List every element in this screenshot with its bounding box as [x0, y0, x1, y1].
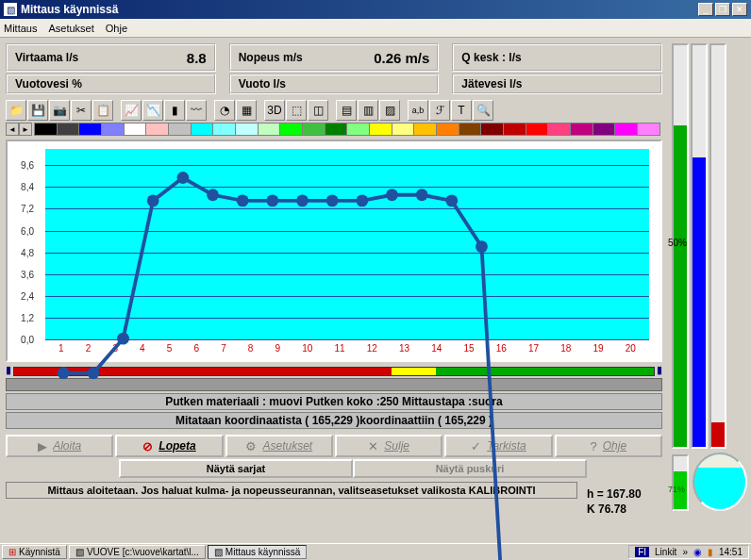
svg-point-11: [386, 189, 398, 201]
palette-swatch[interactable]: [370, 123, 392, 136]
palette-swatch[interactable]: [213, 123, 236, 136]
tool-grid-icon[interactable]: ▦: [236, 100, 257, 121]
palette-next[interactable]: ►: [19, 123, 32, 136]
svg-point-13: [445, 194, 458, 206]
pct71-label: 71%: [668, 485, 685, 494]
palette-swatch[interactable]: [125, 123, 147, 136]
palette-swatch[interactable]: [192, 123, 214, 136]
close-button[interactable]: ✕: [732, 3, 747, 16]
palette-swatch[interactable]: [303, 123, 325, 136]
menu-asetukset[interactable]: Asetukset: [48, 23, 93, 34]
svg-point-8: [296, 194, 309, 206]
speed-label: Nopeus m/s: [239, 51, 303, 64]
tool-chart2-icon[interactable]: 📉: [142, 100, 163, 121]
window-title: Mittaus käynnissä: [21, 3, 698, 16]
svg-point-3: [147, 194, 159, 206]
palette-swatch[interactable]: [280, 123, 303, 136]
svg-point-12: [416, 189, 428, 201]
metric-jate: Jätevesi l/s: [452, 74, 662, 94]
palette-swatch[interactable]: [571, 123, 593, 136]
tool-font-icon[interactable]: ℱ: [429, 100, 450, 121]
tool-chart1-icon[interactable]: 📈: [121, 100, 142, 121]
palette-prev[interactable]: ◄: [6, 123, 19, 136]
palette-swatch[interactable]: [526, 123, 549, 136]
palette-swatch[interactable]: [392, 123, 415, 136]
svg-point-9: [326, 194, 339, 206]
pct50-label: 50%: [668, 238, 687, 248]
palette-swatch[interactable]: [79, 123, 102, 136]
palette-swatch[interactable]: [437, 123, 459, 136]
tool-line-icon[interactable]: 〰: [186, 100, 207, 121]
svg-point-1: [87, 367, 99, 379]
tool-open-icon[interactable]: 📁: [6, 100, 26, 121]
tray-chevron-icon[interactable]: »: [682, 547, 688, 557]
clock[interactable]: 14:51: [719, 547, 743, 557]
vbar-blue: 50%: [691, 43, 708, 449]
palette-swatch[interactable]: [459, 123, 482, 136]
tool-ab-icon[interactable]: a,b: [408, 100, 428, 121]
tool-paste-icon[interactable]: 📋: [92, 100, 113, 121]
palette-swatch[interactable]: [414, 123, 437, 136]
tool-palette-icon[interactable]: T: [451, 100, 472, 121]
palette-swatch[interactable]: [638, 123, 660, 136]
palette-swatch[interactable]: [593, 123, 616, 136]
palette-swatch[interactable]: [236, 123, 259, 136]
app-icon: ▧: [4, 3, 17, 16]
svg-point-0: [58, 367, 70, 379]
chart: 0,01,22,43,64,86,07,28,49,6 123456789101…: [6, 140, 662, 362]
palette-swatch[interactable]: [259, 123, 281, 136]
flow-label: Virtaama l/s: [15, 51, 78, 64]
palette-swatch[interactable]: [481, 123, 504, 136]
palette-swatch[interactable]: [504, 123, 526, 136]
metric-speed: Nopeus m/s 0.26 m/s: [229, 43, 440, 72]
tool-save-icon[interactable]: 💾: [27, 100, 48, 121]
color-palette[interactable]: [34, 123, 660, 136]
tool-doc1-icon[interactable]: ▤: [336, 100, 357, 121]
menubar: Mittaus Asetukset Ohje: [0, 19, 751, 38]
menu-ohje[interactable]: Ohje: [106, 23, 127, 34]
speed-value: 0.26 m/s: [374, 50, 429, 66]
palette-swatch[interactable]: [615, 123, 638, 136]
tool-camera-icon[interactable]: 📷: [49, 100, 70, 121]
restore-button[interactable]: ❐: [715, 3, 730, 16]
windows-icon: ⊞: [8, 547, 16, 557]
links-label[interactable]: Linkit: [655, 547, 676, 557]
tool-doc2-icon[interactable]: ▥: [358, 100, 378, 121]
svg-point-6: [237, 194, 249, 206]
svg-point-7: [266, 194, 278, 206]
svg-point-4: [176, 172, 189, 184]
menu-mittaus[interactable]: Mittaus: [4, 23, 37, 34]
metric-leak: Vuotovesi %: [6, 74, 216, 94]
tool-3d2-icon[interactable]: ⬚: [286, 100, 307, 121]
palette-swatch[interactable]: [548, 123, 571, 136]
metric-vuoto: Vuoto l/s: [229, 74, 440, 94]
palette-swatch[interactable]: [102, 123, 125, 136]
gauge-circle: [693, 453, 747, 511]
palette-swatch[interactable]: [146, 123, 169, 136]
palette-swatch[interactable]: [34, 123, 58, 136]
minimize-button[interactable]: _: [698, 3, 713, 16]
tool-cut-icon[interactable]: ✂: [71, 100, 92, 121]
qavg-label: Q kesk : l/s: [461, 51, 521, 64]
palette-swatch[interactable]: [325, 123, 348, 136]
bar-end-icon: ▮: [657, 364, 662, 376]
tool-pie-icon[interactable]: ◔: [214, 100, 235, 121]
svg-point-5: [207, 189, 219, 201]
metric-qavg: Q kesk : l/s: [452, 43, 662, 72]
tray-icon1[interactable]: ◉: [693, 547, 702, 557]
palette-swatch[interactable]: [58, 123, 80, 136]
bar-start-icon: ▮: [6, 364, 11, 376]
small-bar: [672, 454, 689, 511]
palette-swatch[interactable]: [347, 123, 370, 136]
palette-swatch[interactable]: [169, 123, 192, 136]
tool-bar-icon[interactable]: ▮: [164, 100, 185, 121]
flow-value: 8.8: [187, 50, 207, 66]
tray-icon2[interactable]: ▮: [708, 547, 713, 557]
tool-zoom-icon[interactable]: 🔍: [473, 100, 493, 121]
tool-doc3-icon[interactable]: ▨: [379, 100, 400, 121]
tool-3d1-icon[interactable]: 3D: [264, 100, 285, 121]
svg-point-10: [356, 194, 368, 206]
vbar-red: [709, 43, 726, 449]
titlebar: ▧ Mittaus käynnissä _ ❐ ✕: [0, 0, 751, 19]
tool-3d3-icon[interactable]: ◫: [308, 100, 328, 121]
